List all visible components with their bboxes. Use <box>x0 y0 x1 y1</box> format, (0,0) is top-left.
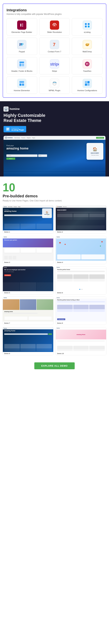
integrations-section: Integrations Homine is fully compatible … <box>3 4 106 98</box>
homine-el-icon <box>17 79 26 88</box>
demos-section: 10 Pre-builded demos Ready to Use Home P… <box>0 176 109 359</box>
svg-rect-24 <box>20 64 21 66</box>
demo-card-6[interactable]: homine Find the perfect home <box>56 266 106 294</box>
demo-thumb-1: homine Real EstatePropertyPages Find you… <box>3 206 53 230</box>
svg-text:WPML: WPML <box>53 82 57 83</box>
svg-point-19 <box>86 44 87 44</box>
showcase-mockup: homine Real EstatePropertyRegisterPages … <box>4 136 105 176</box>
integration-mailchimp[interactable]: MailChimp <box>72 38 102 55</box>
demo-card-4[interactable]: homine Demo 4 <box>56 236 106 264</box>
svg-text:stripe: stripe <box>50 62 59 66</box>
demo-thumb-2: 🏠 homine Discovery DISCOVERY <box>56 206 106 230</box>
yoast-icon: Y! <box>83 59 92 68</box>
svg-rect-0 <box>19 22 25 28</box>
svg-rect-41 <box>85 81 87 83</box>
demo-label-8: Demo 8 <box>56 322 106 325</box>
demo-label-7: Demo 7 <box>3 322 53 325</box>
explore-all-demo-button[interactable]: EXPLORE ALL DEMO <box>34 362 75 369</box>
integration-ulisting[interactable]: uListing <box>72 18 102 36</box>
svg-rect-2 <box>22 24 23 24</box>
demo-card-3[interactable]: homine Discover your perfect <box>3 236 53 264</box>
svg-text:7: 7 <box>53 42 55 47</box>
demo-card-7[interactable]: homine amazing home <box>3 297 53 325</box>
svg-rect-51 <box>8 129 9 130</box>
demo-card-8[interactable]: homine Find the perfect home for Buy or … <box>56 297 106 325</box>
integration-cf7[interactable]: 7 Contact Form 7 <box>39 38 70 55</box>
svg-rect-8 <box>88 23 89 25</box>
svg-rect-7 <box>85 23 87 25</box>
svg-rect-49 <box>8 128 9 129</box>
svg-point-21 <box>88 44 89 44</box>
integration-stripe[interactable]: stripe Stripe <box>39 57 70 74</box>
slider-icon <box>50 20 59 30</box>
demo-thumb-3: homine Discover your perfect <box>3 236 53 261</box>
homine-conf-label: Homine Configurations <box>77 90 97 92</box>
demo-label-9: Demo 9 <box>3 352 53 355</box>
demo-thumb-10: homine amazing Home <box>56 327 106 352</box>
demo-card-9[interactable]: homine amazing home Demo <box>3 327 53 355</box>
discovery-icon: 🏠 <box>92 147 97 152</box>
demo-thumb-7: homine amazing home <box>3 297 53 322</box>
integration-hfb[interactable]: Header, Footer & Blocks <box>7 57 37 74</box>
theme-tagline: Highly Customizable Real Estate Theme <box>4 113 105 123</box>
theme-header: homine <box>4 106 105 112</box>
elementor-icon <box>17 20 26 30</box>
integrations-grid: Elementor Page Builder Slider Revolution… <box>7 18 102 94</box>
svg-point-20 <box>88 44 88 44</box>
homine-conf-icon <box>83 79 92 88</box>
svg-rect-50 <box>7 129 8 130</box>
svg-rect-43 <box>85 84 87 86</box>
mailchimp-icon <box>83 40 92 49</box>
svg-rect-33 <box>20 84 21 86</box>
demo-card-1[interactable]: homine Real EstatePropertyPages Find you… <box>3 206 53 234</box>
demo-card-10[interactable]: homine amazing Home Demo 10 <box>56 327 106 355</box>
integration-slider[interactable]: Slider Revolution <box>39 18 70 36</box>
svg-rect-1 <box>20 24 21 26</box>
discovery-label: DISCOVERY <box>91 152 99 154</box>
demo-thumb-5: homine We are an employer and worker Con… <box>3 266 53 291</box>
demo-card-2[interactable]: 🏠 homine Discovery DISCOVERY <box>56 206 106 234</box>
svg-rect-34 <box>22 84 24 86</box>
demo-label-2: Demo 2 <box>56 230 106 234</box>
homine-el-label: Homine Elementor <box>14 90 30 92</box>
svg-rect-3 <box>22 25 23 26</box>
stripe-label: Stripe <box>52 70 57 72</box>
integration-elementor[interactable]: Elementor Page Builder <box>7 18 37 36</box>
svg-rect-40 <box>84 80 91 87</box>
cf7-label: Contact Form 7 <box>48 50 61 53</box>
demo-thumb-8: homine Find the perfect home for Buy or … <box>56 297 106 322</box>
cf7-icon: 7 <box>50 40 59 49</box>
svg-rect-42 <box>87 81 89 83</box>
ulisting-icon <box>83 20 92 30</box>
hero-search: Location... Type... <box>6 154 47 157</box>
nav-links: Real EstatePropertyRegisterPages <box>14 137 35 138</box>
svg-rect-6 <box>84 22 91 28</box>
stripe-icon: stripe <box>50 59 59 68</box>
paypal-icon: PP <box>17 40 26 49</box>
theme-logo-icon <box>4 106 9 112</box>
nav-cta: + Elementor <box>96 137 104 139</box>
integration-homine-el[interactable]: Homine Elementor <box>7 76 37 94</box>
demo-card-5[interactable]: homine We are an employer and worker Con… <box>3 266 53 294</box>
mockup-nav: homine Real EstatePropertyRegisterPages … <box>4 136 105 140</box>
demos-subtitle: Ready to Use Home Pages. One Click Impor… <box>3 200 106 202</box>
search-btn: Search <box>6 158 15 160</box>
powered-badge-icon <box>6 127 10 131</box>
svg-rect-23 <box>20 62 24 63</box>
integration-homine-conf[interactable]: Homine Configurations <box>72 76 102 94</box>
hfb-label: Header, Footer & Blocks <box>11 70 32 72</box>
powered-text: Powered by uListing Plugin <box>11 128 24 131</box>
slider-label: Slider Revolution <box>47 31 62 33</box>
demo-label-3: Demo 3 <box>3 261 53 264</box>
svg-rect-22 <box>18 60 25 67</box>
elementor-label: Elementor Page Builder <box>12 31 32 33</box>
theme-logo: homine <box>4 106 20 112</box>
integration-paypal[interactable]: PP Paypal <box>7 38 37 55</box>
integration-yoast[interactable]: Y! YoastSeo <box>72 57 102 74</box>
discovery-sublabel: Find your home <box>91 154 99 156</box>
demo-label-1: Demo 1 <box>3 230 53 234</box>
wpml-icon: WPML <box>50 79 59 88</box>
integration-wpml[interactable]: WPML WPML Plugin <box>39 76 70 94</box>
svg-rect-46 <box>6 109 7 110</box>
svg-rect-25 <box>22 64 24 66</box>
